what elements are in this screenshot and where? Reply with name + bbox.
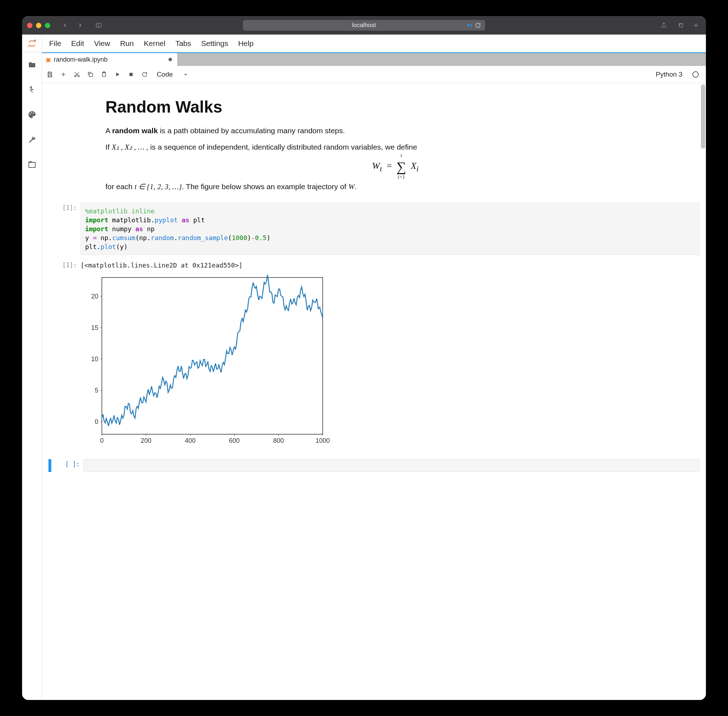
address-bar[interactable]: localhost	[243, 20, 485, 30]
menu-settings[interactable]: Settings	[201, 39, 228, 48]
menu-edit[interactable]: Edit	[71, 39, 84, 48]
svg-text:0: 0	[100, 437, 104, 444]
chevron-down-icon	[184, 72, 188, 77]
tabs-icon[interactable]	[27, 160, 37, 169]
menu-kernel[interactable]: Kernel	[144, 39, 165, 48]
browser-window: localhost + File Edit View Run Kernel Ta…	[22, 16, 706, 700]
main-area: ▣ random-walk.ipynb Code Py	[42, 52, 706, 700]
svg-text:20: 20	[91, 293, 98, 300]
svg-rect-18	[89, 73, 93, 77]
svg-rect-23	[102, 278, 323, 434]
svg-rect-0	[96, 24, 101, 27]
copy-button[interactable]	[87, 71, 94, 78]
svg-text:400: 400	[185, 437, 196, 444]
minimize-window[interactable]	[36, 23, 41, 28]
zoom-window[interactable]	[45, 23, 50, 28]
titlebar: localhost +	[22, 16, 706, 35]
paste-button[interactable]	[100, 71, 108, 78]
md-p1: A random walk is a path obtained by accu…	[105, 125, 685, 137]
sidebar-toggle[interactable]	[91, 20, 106, 30]
output-cell-1: [1]: [<matplotlib.lines.Line2D at 0x121e…	[49, 260, 699, 449]
tabstrip: ▣ random-walk.ipynb	[42, 52, 706, 66]
empty-code-input[interactable]	[83, 459, 699, 472]
code-cell-1[interactable]: [1]: %matplotlib inline import matplotli…	[49, 203, 699, 255]
markdown-cell[interactable]: Random Walks A random walk is a path obt…	[49, 97, 699, 198]
wrench-icon[interactable]	[27, 135, 37, 144]
scrollbar-thumb[interactable]	[701, 85, 705, 149]
celltype-dropdown[interactable]: Code	[155, 71, 190, 78]
menu-tabs[interactable]: Tabs	[175, 39, 191, 48]
activity-sidebar	[22, 52, 42, 700]
md-p3: for each t ∈ {1, 2, 3, …}. The figure be…	[105, 181, 685, 193]
kernel-name[interactable]: Python 3	[656, 71, 682, 78]
md-p2: If X₁ , X₂ , … , is a sequence of indepe…	[105, 141, 685, 153]
plot-output: 05101520 02004006008001000	[80, 274, 699, 449]
svg-point-3	[34, 39, 36, 41]
close-window[interactable]	[27, 23, 32, 28]
url-text: localhost	[352, 22, 376, 29]
notebook-icon: ▣	[46, 56, 51, 63]
in-prompt-1: [1]:	[49, 203, 80, 255]
stop-button[interactable]	[127, 71, 135, 78]
restart-button[interactable]	[141, 71, 148, 78]
tab-filename: random-walk.ipynb	[54, 56, 108, 64]
window-controls	[27, 23, 50, 28]
share-button[interactable]	[657, 20, 671, 30]
svg-point-5	[30, 86, 32, 88]
notebook: Random Walks A random walk is a path obt…	[42, 83, 706, 700]
svg-marker-21	[116, 72, 119, 76]
svg-point-4	[28, 46, 29, 47]
svg-text:10: 10	[91, 355, 98, 363]
toolbar: Code Python 3	[42, 66, 706, 83]
tabs-button[interactable]	[674, 20, 688, 30]
reload-icon[interactable]	[475, 23, 481, 28]
menu-run[interactable]: Run	[120, 39, 134, 48]
palette-icon[interactable]	[27, 110, 37, 119]
svg-text:1000: 1000	[315, 437, 330, 444]
run-button[interactable]	[114, 71, 121, 78]
modified-indicator	[168, 58, 172, 61]
empty-code-cell[interactable]: [ ]:	[49, 459, 699, 472]
svg-rect-9	[29, 162, 35, 167]
menu-file[interactable]: File	[49, 39, 61, 48]
cut-button[interactable]	[73, 71, 80, 78]
add-cell-button[interactable]	[60, 71, 67, 78]
formula: Wt = t ∑ i=1 Xi	[105, 160, 685, 174]
svg-text:15: 15	[91, 324, 98, 331]
svg-rect-22	[130, 73, 133, 76]
svg-rect-11	[49, 74, 51, 77]
svg-point-6	[30, 114, 30, 115]
svg-point-8	[33, 113, 34, 114]
back-button[interactable]	[58, 20, 72, 30]
running-icon[interactable]	[27, 85, 37, 94]
code-input-1[interactable]: %matplotlib inline import matplotlib.pyp…	[80, 203, 699, 255]
new-tab-button[interactable]: +	[691, 20, 701, 30]
file-browser-icon[interactable]	[27, 60, 37, 70]
menubar: File Edit View Run Kernel Tabs Settings …	[22, 35, 706, 52]
audio-icon	[467, 23, 472, 28]
kernel-indicator[interactable]	[692, 71, 699, 78]
svg-text:0: 0	[95, 418, 98, 425]
jupyter-logo[interactable]	[22, 35, 42, 52]
save-button[interactable]	[46, 71, 53, 78]
out-prompt-1: [1]:	[49, 260, 80, 449]
svg-text:200: 200	[141, 437, 152, 444]
svg-text:5: 5	[95, 387, 98, 394]
output-text: [<matplotlib.lines.Line2D at 0x121ead550…	[80, 260, 699, 269]
svg-point-7	[31, 112, 32, 113]
menu-view[interactable]: View	[94, 39, 110, 48]
svg-text:800: 800	[273, 437, 284, 444]
menu-help[interactable]: Help	[238, 39, 253, 48]
svg-text:600: 600	[229, 437, 240, 444]
tab-notebook[interactable]: ▣ random-walk.ipynb	[42, 53, 177, 66]
svg-rect-10	[49, 72, 51, 73]
celltype-label: Code	[157, 71, 173, 78]
svg-rect-2	[679, 24, 683, 27]
empty-prompt: [ ]:	[51, 459, 83, 472]
notebook-title: Random Walks	[105, 97, 685, 117]
forward-button[interactable]	[73, 20, 87, 30]
